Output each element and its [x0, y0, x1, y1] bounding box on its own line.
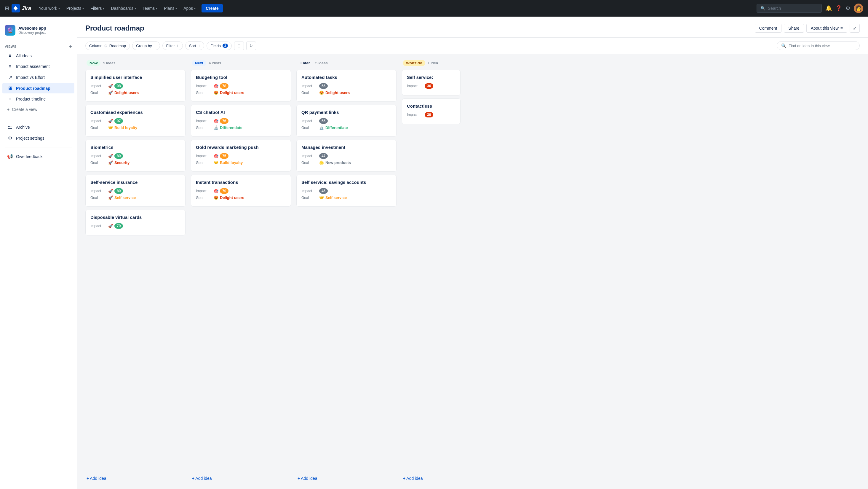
group-by-button[interactable]: Group by + [132, 41, 160, 50]
add-idea-button-later[interactable]: + Add idea [296, 473, 397, 483]
card[interactable]: Automated tasksImpact56Goal😍Delight user… [296, 70, 397, 102]
view-options-button[interactable]: ⊟ [234, 41, 244, 50]
column-tag-wontdo[interactable]: Won't do [403, 60, 425, 66]
card[interactable]: Simplified user interfaceImpact🚀98Goal🚀D… [85, 70, 186, 102]
card[interactable]: Instant transactionsImpact🎯70Goal😍Deligh… [191, 175, 291, 207]
sort-button[interactable]: Sort + [185, 41, 204, 50]
settings-icon[interactable]: ⚙ [845, 5, 850, 11]
share-button[interactable]: Share [784, 24, 804, 33]
column-header-wontdo: Won't do1 idea [402, 60, 461, 66]
create-view-button[interactable]: + Create a view [2, 105, 74, 114]
idea-search-input[interactable] [788, 44, 855, 48]
add-idea-button-wontdo[interactable]: + Add idea [402, 473, 461, 483]
goal-text: Build loyalty [114, 125, 137, 130]
card-title: Instant transactions [196, 180, 286, 185]
goal-value: 🤝Self service [319, 195, 347, 200]
card[interactable]: BiometricsImpact🚀80Goal🚀Security [85, 140, 186, 172]
card-title: Automated tasks [301, 75, 392, 80]
card[interactable]: Managed investmentImpact47Goal🌟New produ… [296, 140, 397, 172]
nav-plans[interactable]: Plans ▾ [161, 4, 180, 12]
sidebar-item-impact-vs-effort[interactable]: ↗ Impact vs Effort [2, 72, 74, 82]
column-button[interactable]: Column ⊙ Roadmap [85, 41, 130, 50]
chevron-down-icon: ▾ [156, 7, 157, 10]
card[interactable]: Self service: savings accountsImpact46Go… [296, 175, 397, 207]
card[interactable]: CS chatbot AIImpact🎯76Goal🔬Differentiate [191, 105, 291, 137]
card-title: Contactless [407, 104, 456, 109]
sidebar-item-impact-assessment[interactable]: ≡ Impact assesment [2, 61, 74, 71]
goal-text: New products [326, 161, 351, 165]
impact-badge: 55 [319, 118, 328, 124]
create-button[interactable]: Create [202, 4, 223, 12]
search-box[interactable]: 🔍 [756, 4, 822, 13]
sidebar-item-give-feedback[interactable]: 📢 Give feedback [2, 151, 74, 162]
sidebar-item-product-roadmap[interactable]: ⊞ Product roadmap [2, 83, 74, 93]
views-section-header: VIEWS + [0, 41, 77, 50]
nav-dashboards[interactable]: Dashboards ▾ [108, 4, 139, 12]
expand-button[interactable]: ⤢ [849, 24, 860, 33]
goal-text: Delight users [220, 90, 244, 95]
card[interactable]: Gold rewards marketing pushImpact🎯75Goal… [191, 140, 291, 172]
sidebar-item-archive[interactable]: 🗃 Archive [2, 122, 74, 132]
project-subtitle: Discovery project [19, 31, 46, 35]
project-header[interactable]: 🔮 Awesome app Discovery project [0, 21, 77, 39]
avatar[interactable]: 👩 [854, 4, 863, 13]
nav-filters[interactable]: Filters ▾ [87, 4, 107, 12]
refresh-button[interactable]: ↻ [246, 41, 256, 50]
about-view-button[interactable]: About this view ≡ [806, 24, 847, 33]
column-tag-next[interactable]: Next [192, 60, 206, 66]
card-title: Managed investment [301, 145, 392, 150]
nav-projects[interactable]: Projects ▾ [63, 4, 87, 12]
rocket-icon: 🚀 [108, 84, 113, 88]
add-idea-button-next[interactable]: + Add idea [191, 473, 291, 483]
impact-badge: 76 [220, 118, 228, 124]
nav-your-work[interactable]: Your work ▾ [36, 4, 63, 12]
card[interactable]: Disposable virtual cardsImpact🚀79 [85, 210, 186, 235]
column-next: Next4 ideasBudgeting toolImpact🎯78Goal😍D… [191, 60, 291, 483]
goal-value: 🔬Differentiate [319, 125, 348, 130]
card[interactable]: Budgeting toolImpact🎯78Goal😍Delight user… [191, 70, 291, 102]
column-tag-now[interactable]: Now [87, 60, 100, 66]
grid-icon[interactable]: ⊞ [5, 5, 9, 11]
add-idea-button-now[interactable]: + Add idea [85, 473, 186, 483]
card[interactable]: Self-service insuranceImpact🚀80Goal🚀Self… [85, 175, 186, 207]
column-tag-later[interactable]: Later [298, 60, 313, 66]
lines-icon: ≡ [840, 26, 843, 31]
card[interactable]: Customised experiencesImpact🚀97Goal🤝Buil… [85, 105, 186, 137]
list-icon: ≡ [7, 96, 13, 102]
goal-value: 😍Delight users [214, 195, 244, 200]
logo[interactable]: Jira [11, 4, 31, 12]
card-goal-field: Goal😍Delight users [196, 195, 286, 200]
goal-label: Goal [301, 126, 319, 130]
search-input[interactable] [768, 6, 818, 11]
column-label: Column [89, 44, 102, 48]
sidebar-item-label: Product timeline [16, 97, 45, 102]
add-view-icon[interactable]: + [69, 44, 72, 49]
card[interactable]: Self service:Impact36 [402, 70, 461, 95]
nav-teams[interactable]: Teams ▾ [140, 4, 160, 12]
sidebar-item-all-ideas[interactable]: ≡ All ideas [2, 51, 74, 61]
nav-apps[interactable]: Apps ▾ [181, 4, 198, 12]
chart-icon: ↗ [7, 75, 13, 80]
column-cards-later: Automated tasksImpact56Goal😍Delight user… [296, 70, 397, 472]
card-impact-field: Impact🚀80 [90, 153, 181, 159]
goal-label: Goal [301, 161, 319, 165]
sidebar-item-product-timeline[interactable]: ≡ Product timeline [2, 94, 74, 104]
sidebar-item-project-settings[interactable]: ⚙ Project settings [2, 133, 74, 143]
idea-search-box[interactable]: 🔍 [777, 41, 860, 50]
impact-badge: 97 [114, 118, 123, 124]
impact-badge: 30 [425, 112, 433, 117]
comment-button[interactable]: Comment [755, 24, 782, 33]
help-icon[interactable]: ❓ [835, 5, 842, 11]
card-title: Customised experiences [90, 110, 181, 115]
card[interactable]: QR payment linksImpact55Goal🔬Differentia… [296, 105, 397, 137]
filter-button[interactable]: Filter + [162, 41, 183, 50]
card-impact-field: Impact36 [407, 83, 456, 89]
fields-button[interactable]: Fields 3 [207, 41, 232, 50]
impact-badge: 98 [114, 83, 123, 89]
notifications-icon[interactable]: 🔔 [825, 5, 832, 11]
impact-badge: 80 [114, 153, 123, 159]
goal-emoji: 🤝 [108, 125, 113, 130]
card[interactable]: ContactlessImpact30 [402, 98, 461, 124]
impact-badge: 36 [425, 83, 433, 89]
rocket-icon: 🎯 [214, 154, 218, 159]
